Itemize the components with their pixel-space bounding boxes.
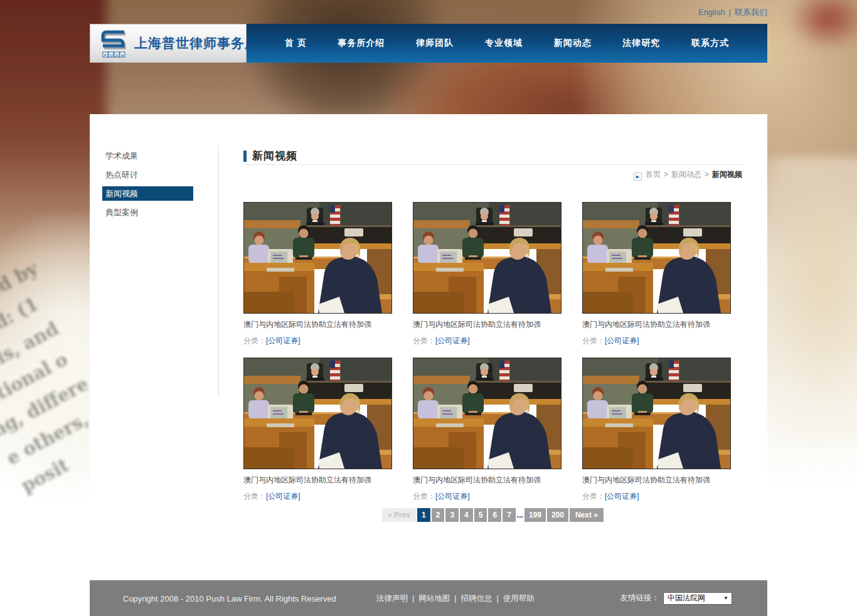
- video-card: 澳门与内地区际司法协助立法有待加强 分类：[公司证券]: [582, 358, 731, 502]
- sidebar-item-news-video[interactable]: 新闻视频: [102, 186, 193, 201]
- logo[interactable]: P U S H 上海普世律师事务所: [90, 24, 247, 63]
- pagination-page-3[interactable]: 3: [445, 508, 459, 522]
- breadcrumb: ▶首页>新闻动态>新闻视频: [243, 169, 742, 181]
- nav-item-research[interactable]: 法律研究: [622, 38, 660, 49]
- title-divider: [243, 164, 742, 165]
- sidebar: 学术成果 热点研讨 新闻视频 典型案例: [102, 149, 193, 224]
- logo-letter: U: [110, 53, 112, 57]
- sidebar-item-typical-cases[interactable]: 典型案例: [102, 205, 193, 220]
- pagination-page-200[interactable]: 200: [547, 508, 568, 522]
- page-title: 新闻视频: [252, 149, 297, 163]
- main-content: 新闻视频 ▶首页>新闻动态>新闻视频 澳门与内地区际司法协助立法有待加强 分类：…: [243, 114, 742, 580]
- video-card: 澳门与内地区际司法协助立法有待加强 分类：[公司证券]: [582, 202, 731, 346]
- video-thumbnail[interactable]: [582, 358, 731, 469]
- footer-link-separator: |: [454, 593, 456, 602]
- pagination-ellipsis: ...: [517, 511, 523, 519]
- sidebar-item-academic[interactable]: 学术成果: [102, 149, 193, 163]
- category-link[interactable]: [公司证券]: [266, 492, 301, 501]
- video-category-row: 分类：[公司证券]: [243, 491, 392, 502]
- breadcrumb-separator: >: [705, 170, 709, 179]
- video-title-link[interactable]: 澳门与内地区际司法协助立法有待加强: [243, 319, 392, 330]
- video-category-row: 分类：[公司证券]: [582, 336, 731, 346]
- pagination-page-199[interactable]: 199: [524, 508, 546, 522]
- footer-link-separator: |: [412, 593, 414, 602]
- footer-link-separator: |: [497, 593, 499, 602]
- video-card: 澳门与内地区际司法协助立法有待加强 分类：[公司证券]: [243, 202, 392, 346]
- video-thumbnail[interactable]: [413, 358, 562, 469]
- page: awarded by tioned: (1 imals, and rationa…: [0, 0, 857, 616]
- header: P U S H 上海普世律师事务所 首 页 事务所介绍 律师团队 专业领域 新闻…: [90, 24, 767, 63]
- video-thumbnail[interactable]: [582, 202, 731, 314]
- video-category-row: 分类：[公司证券]: [413, 491, 562, 502]
- pagination-page-5[interactable]: 5: [474, 508, 487, 522]
- background-book-corner: [788, 0, 857, 50]
- breadcrumb-separator: >: [664, 170, 668, 179]
- category-link[interactable]: [公司证券]: [435, 492, 470, 501]
- nav-item-team[interactable]: 律师团队: [416, 38, 454, 49]
- footer-links: 法律声明|网站地图|招聘信息|使用帮助: [376, 593, 535, 603]
- nav-item-news[interactable]: 新闻动态: [554, 38, 592, 49]
- copyright-text: Copyright 2008 - 2010 Push Law Firm. All…: [123, 593, 336, 603]
- push-logo-icon: P U S H: [97, 28, 129, 58]
- brand-name: 上海普世律师事务所: [134, 35, 258, 52]
- breadcrumb-news[interactable]: 新闻动态: [671, 170, 701, 179]
- english-link[interactable]: English: [698, 8, 725, 17]
- video-title-link[interactable]: 澳门与内地区际司法协助立法有待加强: [413, 319, 562, 330]
- nav-item-practice[interactable]: 专业领域: [485, 38, 523, 49]
- nav-item-about[interactable]: 事务所介绍: [338, 38, 385, 49]
- video-card: 澳门与内地区际司法协助立法有待加强 分类：[公司证券]: [413, 202, 562, 346]
- contact-us-link[interactable]: 联系我们: [735, 8, 767, 17]
- video-card: 澳门与内地区际司法协助立法有待加强 分类：[公司证券]: [413, 358, 562, 502]
- footer-link-sitemap[interactable]: 网站地图: [418, 593, 450, 602]
- video-thumbnail[interactable]: [243, 358, 392, 469]
- video-category-row: 分类：[公司证券]: [243, 336, 392, 346]
- friendly-links-select[interactable]: 中国法院网 ▼: [663, 592, 732, 605]
- pagination-next[interactable]: Next »: [570, 508, 604, 522]
- footer-link-help[interactable]: 使用帮助: [503, 593, 535, 602]
- footer-link-legal[interactable]: 法律声明: [376, 593, 408, 602]
- sidebar-item-hot-topics[interactable]: 热点研讨: [102, 167, 193, 182]
- category-label: 分类：: [582, 492, 605, 501]
- title-accent-bar: [243, 151, 247, 162]
- friendly-links-selected: 中国法院网: [668, 593, 705, 603]
- logo-letter: H: [121, 53, 124, 57]
- book-text-line: awarded by: [0, 225, 97, 336]
- pagination-page-7[interactable]: 7: [503, 508, 516, 522]
- category-label: 分类：: [413, 336, 435, 345]
- pagination-page-4[interactable]: 4: [460, 508, 473, 522]
- category-label: 分类：: [582, 336, 605, 345]
- topbar-separator: |: [729, 8, 731, 17]
- logo-letter: S: [115, 53, 118, 57]
- video-title-link[interactable]: 澳门与内地区际司法协助立法有待加强: [413, 475, 562, 486]
- video-thumbnail[interactable]: [243, 202, 392, 314]
- main-nav: 首 页 事务所介绍 律师团队 专业领域 新闻动态 法律研究 联系方式: [247, 24, 767, 63]
- breadcrumb-home[interactable]: 首页: [646, 170, 661, 179]
- select-dropdown-icon: ▼: [723, 595, 728, 601]
- video-title-link[interactable]: 澳门与内地区际司法协助立法有待加强: [582, 319, 731, 330]
- pagination-page-2[interactable]: 2: [432, 508, 445, 522]
- footer-link-jobs[interactable]: 招聘信息: [461, 593, 492, 602]
- background-shadow: [251, 0, 439, 125]
- friendly-links-label: 友情链接：: [620, 593, 660, 603]
- video-title-link[interactable]: 澳门与内地区际司法协助立法有待加强: [582, 475, 731, 486]
- sidebar-divider: [218, 146, 219, 396]
- nav-item-contact[interactable]: 联系方式: [691, 38, 729, 49]
- pagination-prev[interactable]: « Prev: [382, 508, 416, 522]
- breadcrumb-play-icon: ▶: [634, 173, 642, 181]
- pagination-page-1[interactable]: 1: [417, 508, 430, 522]
- pagination-page-6[interactable]: 6: [488, 508, 501, 522]
- content-wrapper: 学术成果 热点研讨 新闻视频 典型案例 新闻视频 ▶首页>新闻动态>新闻视频 澳…: [90, 114, 767, 580]
- video-thumbnail[interactable]: [413, 202, 562, 314]
- category-link[interactable]: [公司证券]: [435, 336, 470, 345]
- category-label: 分类：: [243, 492, 266, 501]
- video-title-link[interactable]: 澳门与内地区际司法协助立法有待加强: [243, 475, 392, 486]
- logo-letter: P: [104, 53, 107, 57]
- nav-item-home[interactable]: 首 页: [285, 38, 307, 49]
- footer: Copyright 2008 - 2010 Push Law Firm. All…: [90, 580, 767, 616]
- topbar: English|联系我们: [698, 7, 767, 18]
- video-category-row: 分类：[公司证券]: [413, 336, 562, 346]
- category-link[interactable]: [公司证券]: [605, 336, 639, 345]
- category-label: 分类：: [413, 492, 435, 501]
- category-link[interactable]: [公司证券]: [605, 492, 639, 501]
- category-link[interactable]: [公司证券]: [266, 336, 301, 345]
